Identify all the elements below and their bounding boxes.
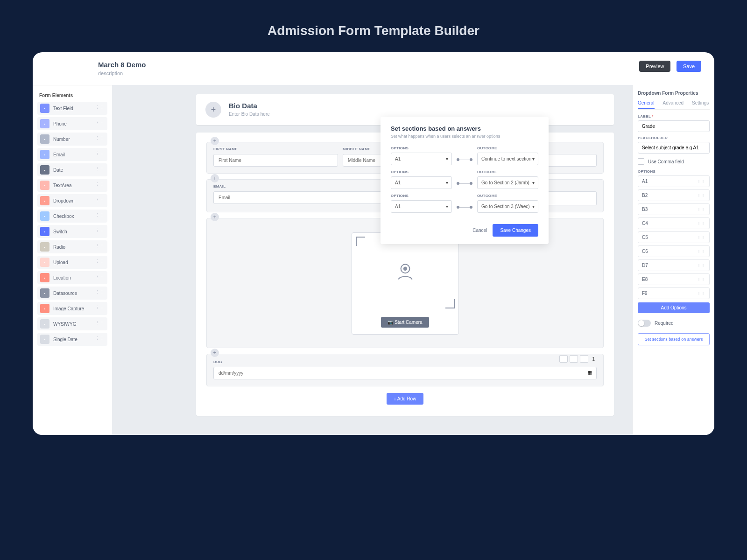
sidebar-item[interactable]: •Email⋮⋮	[37, 148, 107, 161]
drag-handle-icon[interactable]: ⋮⋮	[697, 291, 705, 295]
label-label: Label*	[638, 114, 710, 119]
option-item[interactable]: C6⋮⋮	[638, 245, 710, 257]
option-text: D7	[642, 263, 648, 268]
calendar-icon[interactable]: ▦	[587, 370, 592, 376]
placeholder-input[interactable]	[638, 142, 710, 154]
drag-handle-icon[interactable]: ⋮⋮	[697, 263, 705, 267]
tab-advanced[interactable]: Advanced	[663, 100, 684, 109]
sidebar-item[interactable]: •Upload⋮⋮	[37, 256, 107, 269]
option-text: C6	[642, 249, 648, 254]
save-changes-button[interactable]: Save Changes	[493, 224, 538, 237]
outcome-select[interactable]: Continue to next section	[477, 153, 538, 165]
option-item[interactable]: A1⋮⋮	[638, 175, 710, 187]
sidebar-item[interactable]: •TextArea⋮⋮	[37, 179, 107, 192]
element-icon: •	[40, 227, 49, 236]
comma-checkbox[interactable]	[638, 158, 644, 165]
cancel-button[interactable]: Cancel	[472, 228, 487, 233]
sidebar-item[interactable]: •WYSIWYG⋮⋮	[37, 317, 107, 330]
required-toggle[interactable]	[638, 320, 651, 327]
sidebar-item-label: Single Date	[53, 337, 78, 342]
drag-handle-icon[interactable]: ⋮⋮	[697, 193, 705, 197]
drag-handle-icon[interactable]: ⋮⋮	[697, 207, 705, 211]
drag-handle-icon[interactable]: ⋮⋮	[95, 290, 105, 294]
outcome-select[interactable]: Go to Section 2 (Jamb)	[477, 176, 538, 189]
drag-handle-icon[interactable]: ⋮⋮	[95, 182, 105, 187]
option-item[interactable]: D7⋮⋮	[638, 259, 710, 271]
add-section-icon[interactable]: +	[205, 102, 221, 118]
sidebar-item[interactable]: •Text Field⋮⋮	[37, 102, 107, 115]
options-label: Options	[638, 169, 710, 174]
camera-icon	[394, 260, 417, 285]
sidebar-item[interactable]: •Number⋮⋮	[37, 133, 107, 146]
tab-settings[interactable]: Settings	[692, 100, 709, 109]
col-layout-3[interactable]	[580, 355, 588, 363]
option-select[interactable]: A1	[391, 176, 452, 189]
option-item[interactable]: F9⋮⋮	[638, 287, 710, 299]
first-name-input[interactable]	[213, 154, 338, 167]
option-item[interactable]: E8⋮⋮	[638, 273, 710, 285]
option-text: C5	[642, 235, 648, 240]
drag-handle-icon[interactable]: ⋮⋮	[95, 136, 105, 140]
sidebar-item[interactable]: •Checkbox⋮⋮	[37, 210, 107, 223]
element-icon: •	[40, 150, 49, 159]
set-sections-button[interactable]: Set sections based on answers	[638, 333, 710, 345]
start-camera-button[interactable]: 📷 Start Camera	[381, 317, 429, 328]
drag-handle-icon[interactable]: ⋮⋮	[697, 277, 705, 281]
drag-handle-icon[interactable]: ⋮⋮	[95, 305, 105, 310]
drag-handle-icon[interactable]: ⋮⋮	[95, 151, 105, 156]
sidebar-item-label: Number	[53, 137, 70, 142]
option-item[interactable]: B3⋮⋮	[638, 203, 710, 215]
add-row-button[interactable]: Add Row	[387, 393, 424, 405]
add-field-icon[interactable]: +	[211, 213, 219, 221]
drag-handle-icon[interactable]: ⋮⋮	[95, 244, 105, 248]
drag-handle-icon[interactable]: ⋮⋮	[697, 249, 705, 253]
col-layout-2[interactable]	[570, 355, 578, 363]
comma-label: Use Comma field	[648, 159, 684, 164]
sidebar-item[interactable]: •Dropdown⋮⋮	[37, 194, 107, 207]
drag-handle-icon[interactable]: ⋮⋮	[95, 167, 105, 171]
modal-title: Set sections based on answers	[391, 125, 538, 132]
drag-handle-icon[interactable]: ⋮⋮	[95, 197, 105, 202]
drag-handle-icon[interactable]: ⋮⋮	[95, 336, 105, 341]
tab-general[interactable]: General	[638, 100, 655, 109]
label-input[interactable]	[638, 120, 710, 132]
outcome-label: Outcome	[477, 170, 538, 174]
first-name-label: First Name	[213, 147, 338, 151]
add-field-icon[interactable]: +	[211, 349, 219, 357]
option-select[interactable]: A1	[391, 153, 452, 165]
drag-handle-icon[interactable]: ⋮⋮	[95, 105, 105, 110]
add-options-button[interactable]: Add Options	[638, 302, 710, 313]
drag-handle-icon[interactable]: ⋮⋮	[95, 213, 105, 217]
col-layout-1[interactable]	[559, 355, 568, 363]
sidebar-item[interactable]: •Single Date⋮⋮	[37, 333, 107, 346]
drag-handle-icon[interactable]: ⋮⋮	[697, 235, 705, 239]
sidebar-item[interactable]: •Date⋮⋮	[37, 163, 107, 176]
add-field-icon[interactable]: +	[211, 137, 219, 145]
drag-handle-icon[interactable]: ⋮⋮	[95, 228, 105, 233]
option-item[interactable]: B2⋮⋮	[638, 189, 710, 201]
drag-handle-icon[interactable]: ⋮⋮	[95, 274, 105, 279]
drag-handle-icon[interactable]: ⋮⋮	[697, 179, 705, 183]
outcome-select[interactable]: Go to Section 3 (Waec)	[477, 200, 538, 213]
drag-handle-icon[interactable]: ⋮⋮	[95, 259, 105, 264]
add-field-icon[interactable]: +	[211, 174, 219, 182]
option-select[interactable]: A1	[391, 200, 452, 213]
preview-button[interactable]: Preview	[639, 61, 670, 72]
sidebar-item[interactable]: •Switch⋮⋮	[37, 225, 107, 238]
option-item[interactable]: C5⋮⋮	[638, 231, 710, 243]
save-button[interactable]: Save	[677, 61, 701, 72]
drag-handle-icon[interactable]: ⋮⋮	[697, 221, 705, 225]
drag-handle-icon[interactable]: ⋮⋮	[95, 120, 105, 125]
email-input[interactable]	[213, 191, 402, 204]
sidebar-item[interactable]: •Location⋮⋮	[37, 271, 107, 284]
sidebar-item[interactable]: •Datasource⋮⋮	[37, 287, 107, 300]
option-item[interactable]: C4⋮⋮	[638, 217, 710, 229]
page-title: Admission Form Template Builder	[0, 0, 747, 52]
drag-handle-icon[interactable]: ⋮⋮	[95, 321, 105, 325]
dob-input[interactable]	[213, 367, 597, 379]
sidebar-item[interactable]: •Phone⋮⋮	[37, 117, 107, 130]
sidebar-item[interactable]: •Radio⋮⋮	[37, 240, 107, 253]
section-subtitle: Enter Bio Data here	[229, 112, 270, 117]
sidebar-item[interactable]: •Image Capture⋮⋮	[37, 302, 107, 315]
option-text: F9	[642, 291, 648, 296]
